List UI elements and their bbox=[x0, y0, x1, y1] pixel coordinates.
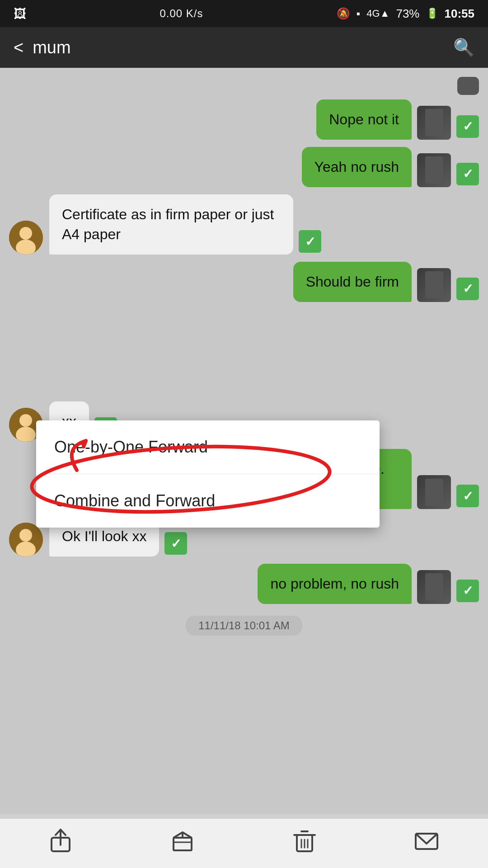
read-check bbox=[456, 163, 479, 185]
clock: 10:55 bbox=[445, 7, 475, 21]
avatar bbox=[417, 570, 451, 604]
message-text: Certificate as in firm paper or just A4 … bbox=[62, 206, 274, 243]
message-text: Yeah no rush bbox=[314, 159, 399, 175]
status-bar-right: 🔕 ▪ 4G▲ 73% 🔋 10:55 bbox=[337, 7, 474, 21]
trash-icon bbox=[293, 829, 316, 859]
bottom-toolbar bbox=[0, 818, 488, 868]
message-row: no problem, no rush bbox=[9, 564, 479, 604]
message-text: Should be firm bbox=[306, 274, 399, 290]
svg-rect-11 bbox=[174, 838, 192, 850]
message-bubble[interactable]: Certificate as in firm paper or just A4 … bbox=[49, 194, 293, 255]
share-button[interactable] bbox=[49, 829, 72, 859]
avatar bbox=[417, 475, 451, 509]
gallery-icon: 🖼 bbox=[14, 6, 26, 21]
context-menu: One-by-One Forward Combine and Forward bbox=[36, 420, 380, 528]
message-row: Yeah no rush bbox=[9, 147, 479, 187]
message-text: Nope not it bbox=[329, 111, 399, 127]
message-bubble[interactable]: no problem, no rush bbox=[258, 564, 412, 604]
status-bar: 🖼 0.00 K/s 🔕 ▪ 4G▲ 73% 🔋 10:55 bbox=[0, 0, 488, 27]
network-speed-text: 0.00 K/s bbox=[160, 7, 203, 19]
svg-point-5 bbox=[19, 414, 32, 427]
svg-point-8 bbox=[19, 529, 32, 542]
avatar-image bbox=[9, 523, 43, 557]
search-button[interactable]: 🔍 bbox=[453, 38, 474, 57]
message-bubble[interactable]: Yeah no rush bbox=[302, 147, 412, 187]
network-speed: 0.00 K/s bbox=[160, 7, 203, 20]
previous-message-hint bbox=[9, 77, 479, 95]
read-check bbox=[164, 532, 187, 555]
read-check bbox=[456, 485, 479, 507]
forward-one-by-one-option[interactable]: One-by-One Forward bbox=[36, 420, 380, 474]
timestamp-row: 11/11/18 10:01 AM bbox=[9, 611, 479, 640]
read-check bbox=[456, 115, 479, 138]
message-row: Certificate as in firm paper or just A4 … bbox=[9, 194, 479, 255]
sim-icon: ▪ bbox=[357, 7, 361, 20]
avatar-image bbox=[9, 221, 43, 255]
box-button[interactable] bbox=[170, 829, 195, 859]
chat-area: Nope not it Yeah no rush Certificate as … bbox=[0, 68, 488, 814]
avatar bbox=[417, 268, 451, 302]
combine-forward-option[interactable]: Combine and Forward bbox=[36, 474, 380, 528]
svg-point-1 bbox=[19, 227, 32, 240]
back-button[interactable]: < bbox=[14, 38, 23, 57]
read-check bbox=[456, 580, 479, 602]
avatar bbox=[417, 106, 451, 140]
share-icon bbox=[49, 829, 72, 859]
read-check bbox=[456, 278, 479, 300]
status-bar-left: 🖼 bbox=[14, 6, 26, 21]
signal-icon: 4G▲ bbox=[366, 8, 389, 19]
mute-icon: 🔕 bbox=[337, 7, 350, 20]
battery-text: 73% bbox=[396, 7, 419, 21]
chat-title: mum bbox=[33, 38, 453, 57]
battery-icon: 🔋 bbox=[426, 8, 438, 19]
message-row: Should be firm bbox=[9, 262, 479, 302]
timestamp: 11/11/18 10:01 AM bbox=[186, 616, 302, 636]
mail-icon bbox=[414, 830, 439, 857]
message-row: Nope not it bbox=[9, 99, 479, 140]
message-bubble[interactable]: Should be firm bbox=[293, 262, 412, 302]
avatar bbox=[9, 221, 43, 255]
message-text: no problem, no rush bbox=[270, 576, 399, 592]
read-check bbox=[299, 230, 321, 253]
message-text: Ok I'll look xx bbox=[62, 528, 146, 544]
mail-button[interactable] bbox=[414, 830, 439, 857]
chat-header: < mum 🔍 bbox=[0, 27, 488, 68]
avatar bbox=[9, 523, 43, 557]
box-icon bbox=[170, 829, 195, 859]
delete-button[interactable] bbox=[293, 829, 316, 859]
message-bubble[interactable]: Nope not it bbox=[316, 99, 412, 140]
avatar bbox=[417, 153, 451, 187]
